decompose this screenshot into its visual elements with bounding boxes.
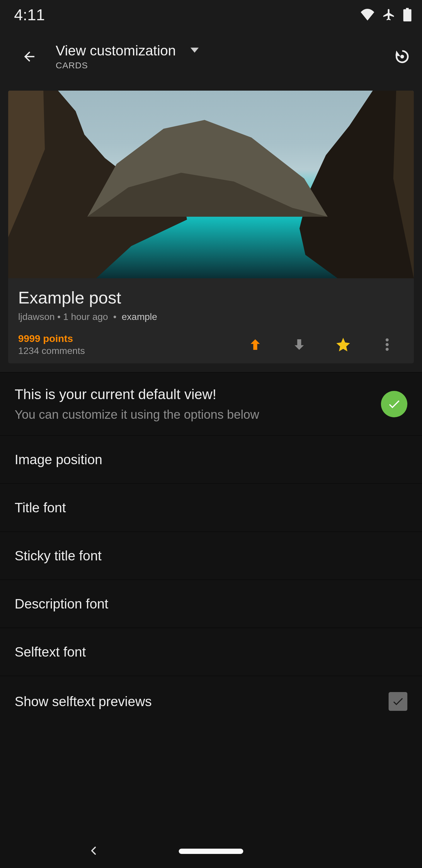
upvote-button[interactable] (233, 337, 277, 352)
svg-point-7 (386, 338, 389, 341)
check-badge (381, 391, 407, 417)
reset-button[interactable] (387, 48, 416, 65)
option-label: Image position (15, 452, 407, 467)
wifi-icon (360, 9, 375, 21)
post-points: 9999 points (18, 333, 85, 344)
banner-subline: You can customize it using the options b… (15, 408, 372, 422)
banner-headline: This is your current default view! (15, 386, 372, 402)
svg-point-0 (400, 55, 404, 58)
page-subtitle: CARDS (56, 60, 199, 70)
default-view-banner: This is your current default view! You c… (0, 373, 422, 436)
favorite-button[interactable] (321, 336, 365, 353)
content-area: Example post ljdawson • 1 hour ago • exa… (0, 84, 422, 834)
option-label: Description font (15, 596, 407, 612)
option-sticky-title-font[interactable]: Sticky title font (0, 532, 422, 580)
post-title: Example post (18, 288, 404, 307)
option-label: Show selftext previews (15, 693, 389, 709)
example-post-card[interactable]: Example post ljdawson • 1 hour ago • exa… (8, 91, 414, 363)
option-label: Title font (15, 500, 407, 516)
system-home-pill[interactable] (179, 849, 243, 854)
svg-point-8 (386, 343, 389, 346)
option-image-position[interactable]: Image position (0, 436, 422, 484)
status-bar: 4:11 (0, 0, 422, 29)
post-body: Example post ljdawson • 1 hour ago • exa… (8, 278, 414, 329)
airplane-icon (382, 8, 396, 22)
system-back-icon[interactable] (88, 845, 100, 858)
post-author: ljdawson (18, 311, 55, 322)
preview-container: Example post ljdawson • 1 hour ago • exa… (0, 84, 422, 373)
app-bar: View customization CARDS (0, 29, 422, 84)
svg-point-9 (386, 348, 389, 351)
post-footer: 9999 points 1234 comments (8, 329, 414, 363)
status-right-icons (360, 8, 412, 22)
checkbox[interactable] (389, 692, 407, 711)
back-button[interactable] (12, 49, 47, 64)
meta-separator: • (110, 311, 119, 322)
option-label: Sticky title font (15, 548, 407, 564)
post-subreddit: example (122, 311, 157, 322)
option-selftext-font[interactable]: Selftext font (0, 628, 422, 676)
option-label: Selftext font (15, 644, 407, 660)
status-time: 4:11 (14, 6, 45, 24)
dropdown-icon[interactable] (191, 46, 199, 55)
option-description-font[interactable]: Description font (0, 580, 422, 628)
appbar-titles[interactable]: View customization CARDS (56, 42, 199, 70)
post-comments: 1234 comments (18, 345, 85, 356)
more-options-button[interactable] (365, 338, 409, 351)
post-age: 1 hour ago (63, 311, 108, 322)
downvote-button[interactable] (277, 337, 321, 352)
post-image[interactable] (8, 91, 414, 278)
meta-separator: • (57, 311, 63, 322)
post-meta: ljdawson • 1 hour ago • example (18, 311, 404, 322)
option-show-selftext-previews[interactable]: Show selftext previews (0, 676, 422, 727)
option-title-font[interactable]: Title font (0, 484, 422, 532)
battery-icon (403, 8, 412, 22)
system-nav-bar (0, 834, 422, 868)
page-title: View customization (56, 42, 176, 59)
post-stats: 9999 points 1234 comments (18, 333, 85, 356)
